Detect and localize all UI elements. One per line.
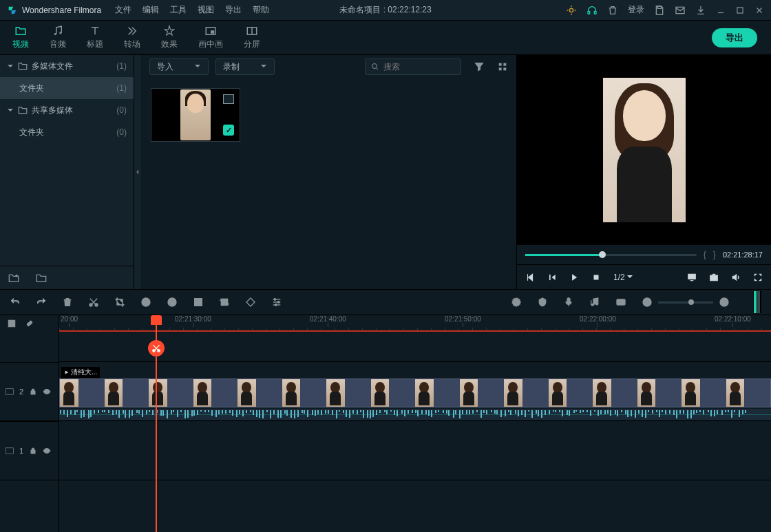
mark-out-icon[interactable]: } [713, 250, 716, 259]
zoom-out-icon[interactable] [642, 297, 653, 308]
color-icon[interactable] [167, 297, 178, 308]
mixer-icon[interactable] [589, 297, 600, 308]
folder-icon [14, 25, 28, 37]
display-icon[interactable] [687, 273, 697, 282]
video-track-2[interactable]: 清纯大... [59, 362, 771, 421]
svg-point-30 [712, 276, 715, 279]
tab-effect[interactable]: 效果 [161, 25, 178, 50]
svg-point-13 [54, 33, 56, 35]
filmstrip-icon[interactable] [7, 319, 17, 328]
link-icon[interactable] [25, 319, 34, 328]
eye-icon[interactable] [43, 447, 51, 455]
lock-icon[interactable] [29, 447, 37, 455]
svg-rect-16 [211, 30, 214, 34]
track-head-1[interactable]: 1 [0, 421, 59, 480]
tab-video[interactable]: 视频 [12, 25, 29, 50]
maximize-icon[interactable] [735, 6, 745, 15]
media-clip-thumbnail[interactable]: ✓ [151, 88, 240, 142]
crop-icon[interactable] [114, 297, 125, 308]
new-folder-icon[interactable] [8, 273, 19, 283]
volume-icon[interactable] [731, 273, 741, 282]
menu-export[interactable]: 导出 [225, 4, 242, 16]
menu-edit[interactable]: 编辑 [142, 4, 159, 16]
play-icon[interactable] [569, 273, 579, 282]
menu-tools[interactable]: 工具 [170, 4, 187, 16]
track-head-2[interactable]: 2 [0, 362, 59, 421]
zoom-slider[interactable] [658, 301, 713, 304]
mark-in-icon[interactable]: { [704, 250, 706, 259]
prev-frame-icon[interactable] [525, 273, 535, 282]
trash-icon[interactable] [607, 5, 618, 16]
lock-icon[interactable] [29, 387, 37, 396]
import-dropdown[interactable]: 导入 [149, 58, 209, 75]
voiceover-icon[interactable] [563, 297, 574, 308]
fullscreen-icon[interactable] [753, 273, 763, 282]
stop-icon[interactable] [591, 273, 601, 282]
save-icon[interactable] [654, 5, 665, 16]
keyframe-icon[interactable] [245, 297, 256, 308]
timeline-ruler[interactable]: 20:0002:21:30:0002:21:40:0002:21:50:0002… [59, 315, 771, 332]
redo-icon[interactable] [36, 297, 47, 308]
zoom-control [642, 297, 730, 308]
tree-folder-1[interactable]: 文件夹(1) [0, 77, 134, 99]
zoom-in-icon[interactable] [719, 297, 730, 308]
main-menu: 文件 编辑 工具 视图 导出 帮助 [115, 4, 269, 16]
adjust-icon[interactable] [271, 297, 282, 308]
undo-icon[interactable] [10, 297, 21, 308]
playback-controls: 1/2 [517, 264, 771, 289]
video-track-1[interactable] [59, 421, 771, 480]
tab-split[interactable]: 分屏 [244, 25, 260, 50]
preview-viewport[interactable] [517, 55, 771, 245]
grid-view-icon[interactable] [497, 61, 508, 72]
tree-folder-2[interactable]: 文件夹(0) [0, 121, 134, 143]
scissor-button[interactable] [148, 340, 165, 357]
close-icon[interactable] [754, 6, 764, 15]
timeline-t様tracks-area[interactable]: 20:0002:21:30:0002:21:40:0002:21:50:0002… [59, 315, 771, 532]
eye-icon[interactable] [43, 387, 51, 396]
search-field[interactable] [383, 62, 452, 72]
mail-icon[interactable] [675, 5, 686, 16]
render-icon[interactable] [511, 297, 522, 308]
video-clip[interactable]: 清纯大... [59, 379, 771, 407]
caption-icon[interactable] [615, 297, 626, 308]
svg-point-14 [59, 32, 61, 34]
tree-shared-media[interactable]: 共享多媒体(0) [0, 99, 134, 121]
snapshot-icon[interactable] [709, 273, 719, 282]
tab-transition[interactable]: 转场 [124, 25, 140, 50]
delete-icon[interactable] [62, 297, 73, 308]
cut-icon[interactable] [88, 297, 99, 308]
marker-icon[interactable] [537, 297, 548, 308]
svg-rect-21 [499, 63, 502, 66]
playback-rate[interactable]: 1/2 [613, 273, 633, 282]
svg-point-19 [372, 64, 377, 69]
export-button[interactable]: 导出 [712, 28, 757, 47]
green-screen-icon[interactable] [193, 297, 204, 308]
detach-audio-icon[interactable] [219, 297, 230, 308]
filter-icon[interactable] [474, 61, 485, 72]
download-icon[interactable] [695, 5, 706, 16]
audio-blips [59, 409, 771, 420]
playhead[interactable] [156, 315, 157, 532]
tab-audio[interactable]: 音频 [50, 25, 66, 50]
sun-icon[interactable] [566, 5, 577, 16]
menu-file[interactable]: 文件 [115, 4, 131, 16]
minimize-icon[interactable] [716, 6, 726, 15]
search-input[interactable] [365, 58, 461, 75]
menu-help[interactable]: 帮助 [253, 4, 269, 16]
record-dropdown[interactable]: 录制 [215, 58, 275, 75]
menu-view[interactable]: 视图 [198, 4, 214, 16]
tab-pip[interactable]: 画中画 [198, 25, 223, 50]
timeline-track-heads: 2 1 [0, 315, 59, 532]
login-button[interactable]: 登录 [628, 4, 644, 16]
speed-icon[interactable] [140, 297, 151, 308]
seek-track[interactable] [525, 254, 697, 256]
sidebar-collapse-handle[interactable] [134, 55, 141, 289]
svg-point-36 [173, 300, 174, 301]
media-library: 导入 录制 ✓ [141, 55, 516, 289]
svg-point-66 [46, 450, 48, 452]
folder-icon[interactable] [36, 273, 47, 283]
tab-title[interactable]: 标题 [87, 25, 103, 50]
tree-media-files[interactable]: 多媒体文件(1) [0, 55, 134, 77]
step-back-icon[interactable] [547, 273, 557, 282]
headphones-icon[interactable] [587, 5, 598, 16]
